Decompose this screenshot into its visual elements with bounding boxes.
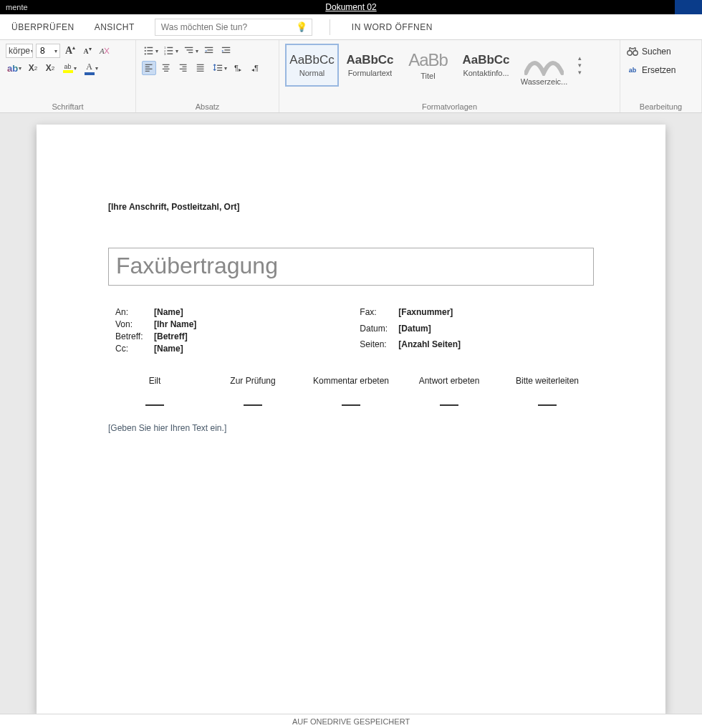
- svg-rect-18: [205, 52, 213, 53]
- document-title[interactable]: Dokument 02: [325, 2, 376, 12]
- style-sample: AaBb: [408, 50, 448, 70]
- window-control-area[interactable]: [675, 0, 702, 14]
- document-page[interactable]: [Ihre Anschrift, Postleitzahl, Ort] Faxü…: [37, 125, 665, 714]
- svg-rect-32: [180, 69, 187, 69]
- address-placeholder[interactable]: [Ihre Anschrift, Postleitzahl, Ort]: [108, 202, 594, 212]
- svg-rect-33: [183, 71, 187, 72]
- partial-text: mente: [6, 3, 28, 11]
- grow-font-button[interactable]: A▴: [63, 44, 77, 58]
- check-label: Zur Prüfung: [230, 376, 275, 396]
- label-von: Von:: [115, 319, 153, 330]
- superscript-button[interactable]: X2: [43, 61, 57, 75]
- svg-rect-25: [145, 71, 150, 72]
- svg-rect-30: [180, 64, 187, 65]
- tell-me-input[interactable]: [160, 21, 296, 33]
- check-line: [244, 400, 262, 406]
- group-label: Schriftart: [6, 101, 130, 111]
- numbered-list-button[interactable]: 123 ▾: [162, 44, 179, 58]
- group-label: Formatvorlagen: [285, 101, 614, 111]
- replace-button[interactable]: ab Ersetzen: [626, 62, 696, 78]
- lightbulb-icon: 💡: [296, 21, 307, 32]
- value-an[interactable]: [Name]: [154, 307, 199, 318]
- svg-rect-27: [164, 67, 168, 67]
- decrease-indent-button[interactable]: [202, 44, 216, 58]
- check-kommentar[interactable]: Kommentar erbeten: [304, 376, 398, 406]
- checkboxes-row: Eilt Zur Prüfung Kommentar erbeten Antwo…: [108, 376, 594, 406]
- more-icon[interactable]: ▾: [575, 69, 584, 76]
- check-weiterleiten[interactable]: Bitte weiterleiten: [501, 376, 594, 406]
- chevron-up-icon[interactable]: ▴: [575, 54, 584, 62]
- open-in-word-button[interactable]: IN WORD ÖFFNEN: [347, 18, 437, 37]
- align-right-button[interactable]: [176, 61, 191, 75]
- label-seiten: Seiten:: [360, 339, 397, 354]
- svg-rect-38: [217, 65, 222, 66]
- subscript-button[interactable]: X2: [26, 61, 40, 75]
- svg-text:3: 3: [164, 52, 166, 56]
- style-label: Wasserzeic...: [521, 77, 568, 86]
- chevron-down-icon: ▾: [31, 48, 33, 54]
- chevron-down-icon: ▾: [224, 65, 227, 72]
- find-label: Suchen: [642, 47, 671, 57]
- shrink-font-button[interactable]: A▾: [80, 44, 95, 58]
- svg-rect-10: [167, 50, 173, 51]
- title-box[interactable]: Faxübertragung: [108, 248, 594, 286]
- svg-point-5: [144, 53, 145, 54]
- body-placeholder[interactable]: [Geben Sie hier Ihren Text ein.]: [108, 423, 594, 433]
- label-cc: Cc:: [115, 344, 153, 354]
- value-fax[interactable]: [Faxnummer]: [398, 307, 463, 322]
- find-button[interactable]: Suchen: [626, 44, 696, 59]
- chevron-down-icon: ▾: [196, 48, 198, 54]
- style-formulartext[interactable]: AaBbCc Formulartext: [343, 44, 397, 87]
- align-center-button[interactable]: [159, 61, 173, 75]
- font-name-select[interactable]: körpe▾: [6, 44, 33, 58]
- ltr-text-direction-button[interactable]: ¶▸: [231, 61, 245, 75]
- style-titel[interactable]: AaBb Titel: [401, 44, 455, 87]
- svg-rect-14: [186, 49, 193, 50]
- svg-rect-40: [217, 70, 222, 71]
- highlight-button[interactable]: ab ▾: [60, 61, 79, 75]
- justify-button[interactable]: [193, 61, 208, 75]
- style-kontaktinfo[interactable]: AaBbCc Kontaktinfo...: [459, 44, 513, 87]
- value-von[interactable]: [Ihr Name]: [154, 319, 199, 330]
- save-status: AUF ONEDRIVE GESPEICHERT: [292, 717, 410, 726]
- value-seiten[interactable]: [Anzahl Seiten]: [398, 339, 463, 354]
- font-size-select[interactable]: ▾: [36, 44, 60, 58]
- styles-more[interactable]: ▴ ▾ ▾: [575, 54, 584, 76]
- tell-me-search[interactable]: 💡: [155, 19, 312, 36]
- label-fax: Fax:: [360, 307, 397, 322]
- check-antwort[interactable]: Antwort erbeten: [403, 376, 496, 406]
- font-color-button[interactable]: A ▾: [82, 61, 100, 75]
- document-canvas[interactable]: [Ihre Anschrift, Postleitzahl, Ort] Faxü…: [0, 113, 702, 714]
- text-effects-button[interactable]: ab ▾: [6, 61, 23, 75]
- rtl-text-direction-button[interactable]: ◂¶: [248, 61, 262, 75]
- check-label: Kommentar erbeten: [313, 376, 389, 396]
- chevron-down-icon: ▾: [176, 48, 178, 54]
- chevron-down-icon: ▾: [74, 65, 77, 72]
- align-left-button[interactable]: [142, 61, 156, 75]
- style-normal[interactable]: AaBbCc Normal: [285, 44, 339, 87]
- chevron-down-icon[interactable]: ▾: [575, 62, 584, 69]
- line-spacing-button[interactable]: ▾: [211, 61, 228, 75]
- svg-point-3: [144, 50, 145, 52]
- chevron-down-icon: ▾: [19, 65, 21, 72]
- tab-view[interactable]: ANSICHT: [90, 18, 139, 37]
- value-betreff[interactable]: [Betreff]: [154, 331, 199, 342]
- clear-formatting-button[interactable]: A: [97, 44, 112, 58]
- check-pruefung[interactable]: Zur Prüfung: [206, 376, 299, 406]
- svg-rect-21: [222, 52, 230, 53]
- font-size-input[interactable]: [39, 45, 49, 57]
- meta-right: Fax:[Faxnummer] Datum:[Datum] Seiten:[An…: [358, 306, 465, 356]
- value-datum[interactable]: [Datum]: [398, 324, 463, 339]
- multilevel-list-button[interactable]: ▾: [182, 44, 199, 58]
- check-eilt[interactable]: Eilt: [108, 376, 201, 406]
- value-cc[interactable]: [Name]: [154, 344, 199, 354]
- fax-title[interactable]: Faxübertragung: [116, 253, 278, 278]
- meta-section: An:[Name] Von:[Ihr Name] Betreff:[Betref…: [108, 306, 594, 356]
- svg-rect-15: [188, 52, 193, 53]
- bullet-list-button[interactable]: ▾: [142, 44, 159, 58]
- check-line: [342, 400, 360, 406]
- style-wasserzeichen[interactable]: Wasserzeic...: [517, 44, 571, 87]
- increase-indent-button[interactable]: [219, 44, 234, 58]
- svg-point-1: [144, 47, 145, 49]
- tab-review[interactable]: ÜBERPRÜFEN: [7, 18, 79, 37]
